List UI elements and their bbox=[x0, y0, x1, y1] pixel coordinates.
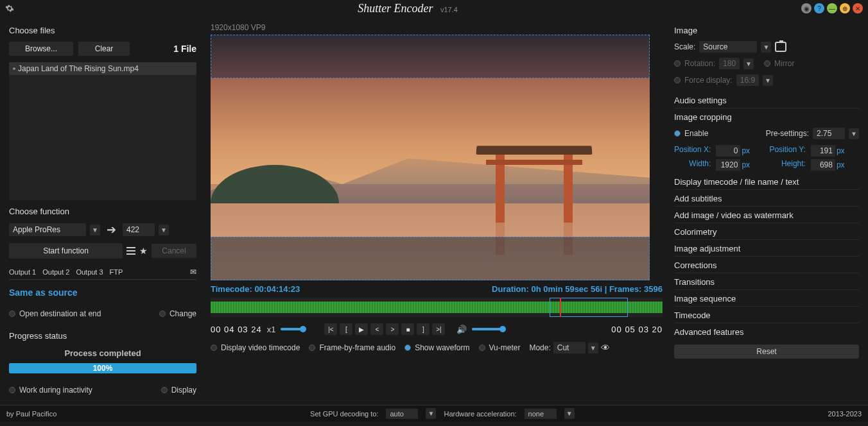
tc-out[interactable]: 00 05 03 20 bbox=[611, 325, 663, 334]
waveform[interactable] bbox=[211, 298, 663, 317]
step-fwd-button[interactable]: > bbox=[386, 323, 399, 335]
audio-section[interactable]: Audio settings bbox=[674, 93, 859, 108]
goto-start-button[interactable]: |< bbox=[324, 323, 337, 335]
timecode-section[interactable]: Timecode bbox=[674, 308, 859, 323]
mode-select[interactable]: Cut bbox=[553, 342, 586, 354]
envelope-icon[interactable]: ✉ bbox=[190, 268, 196, 277]
speed-slider[interactable] bbox=[281, 328, 306, 330]
rotation-checkbox[interactable] bbox=[674, 60, 681, 67]
enable-crop-checkbox[interactable] bbox=[674, 130, 681, 137]
rotation-caret-icon[interactable]: ▼ bbox=[743, 58, 754, 69]
file-list[interactable]: Japan Land of The Rising Sun.mp4 bbox=[9, 62, 196, 200]
tab-ftp[interactable]: FTP bbox=[110, 268, 123, 276]
browse-button[interactable]: Browse... bbox=[9, 42, 73, 56]
waveform-selection[interactable] bbox=[550, 298, 628, 317]
preset-select[interactable]: 422 bbox=[123, 223, 155, 236]
file-item[interactable]: Japan Land of The Rising Sun.mp4 bbox=[9, 62, 196, 75]
eye-icon[interactable]: 👁 bbox=[601, 343, 610, 353]
sequence-section[interactable]: Image sequence bbox=[674, 291, 859, 307]
codec-caret-icon[interactable]: ▼ bbox=[90, 225, 100, 235]
tab-output3[interactable]: Output 3 bbox=[76, 268, 103, 276]
settings-icon[interactable] bbox=[5, 4, 14, 13]
fbf-label: Frame-by-frame audio bbox=[319, 343, 395, 352]
colorimetry-section[interactable]: Colorimetry bbox=[674, 225, 859, 240]
cancel-button[interactable]: Cancel bbox=[152, 244, 196, 258]
info-btn[interactable]: ◉ bbox=[801, 3, 812, 13]
video-preview[interactable] bbox=[211, 35, 650, 280]
open-dest-checkbox[interactable] bbox=[9, 311, 15, 317]
minimize-btn[interactable]: — bbox=[827, 3, 837, 13]
screenshot-icon[interactable] bbox=[775, 42, 786, 52]
hw-select[interactable]: none bbox=[525, 409, 557, 419]
adjustment-section[interactable]: Image adjustment bbox=[674, 241, 859, 257]
volume-icon[interactable]: 🔊 bbox=[456, 325, 467, 334]
advanced-section[interactable]: Advanced features bbox=[674, 325, 859, 339]
gpu-select[interactable]: auto bbox=[386, 409, 418, 419]
start-function-button[interactable]: Start function bbox=[9, 243, 123, 259]
progress-status-label: Progress status bbox=[9, 331, 196, 341]
crop-overlay-bottom[interactable] bbox=[211, 237, 650, 280]
posy-input[interactable]: 191 bbox=[811, 145, 835, 157]
vumeter-checkbox[interactable] bbox=[479, 345, 485, 351]
goto-end-button[interactable]: >| bbox=[432, 323, 445, 335]
width-label: Width: bbox=[674, 159, 711, 171]
mark-out-button[interactable]: ] bbox=[417, 323, 430, 335]
crop-section-label: Image cropping bbox=[674, 112, 859, 122]
help-btn[interactable]: ? bbox=[814, 3, 824, 13]
reset-button[interactable]: Reset bbox=[674, 345, 859, 359]
force-display-label: Force display: bbox=[684, 76, 733, 85]
subtitles-section[interactable]: Add subtitles bbox=[674, 191, 859, 207]
force-display-select[interactable]: 16:9 bbox=[736, 74, 759, 86]
tc-in[interactable]: 00 04 03 24 bbox=[211, 325, 262, 334]
height-label: Height: bbox=[769, 159, 805, 171]
menu-icon[interactable] bbox=[126, 247, 135, 255]
volume-slider[interactable] bbox=[472, 328, 504, 330]
preset-caret-icon[interactable]: ▼ bbox=[159, 225, 169, 235]
display-tc-checkbox[interactable] bbox=[211, 345, 217, 351]
presettings-label: Pre-settings: bbox=[766, 129, 809, 138]
rotation-select[interactable]: 180 bbox=[719, 58, 740, 69]
maximize-btn[interactable]: ⊕ bbox=[840, 3, 850, 13]
crop-overlay-top[interactable] bbox=[211, 35, 650, 78]
width-input[interactable]: 1920 bbox=[716, 159, 740, 171]
same-as-source[interactable]: Same as source bbox=[9, 287, 196, 298]
enable-label: Enable bbox=[684, 129, 708, 138]
clear-button[interactable]: Clear bbox=[78, 42, 130, 56]
waveform-cursor[interactable] bbox=[560, 298, 561, 317]
corrections-section[interactable]: Corrections bbox=[674, 258, 859, 273]
process-completed: Process completed bbox=[9, 348, 196, 358]
px-unit: px bbox=[837, 160, 845, 169]
stop-button[interactable]: ■ bbox=[401, 323, 414, 335]
hw-caret-icon[interactable]: ▼ bbox=[564, 408, 575, 419]
gpu-caret-icon[interactable]: ▼ bbox=[426, 408, 436, 419]
scale-caret-icon[interactable]: ▼ bbox=[761, 42, 771, 53]
transitions-section[interactable]: Transitions bbox=[674, 275, 859, 290]
play-button[interactable]: ▶ bbox=[355, 323, 368, 335]
mark-in-button[interactable]: [ bbox=[340, 323, 352, 335]
height-input[interactable]: 698 bbox=[811, 159, 835, 171]
force-caret-icon[interactable]: ▼ bbox=[763, 75, 773, 86]
px-unit: px bbox=[742, 160, 750, 169]
waveform-checkbox[interactable] bbox=[404, 345, 411, 351]
speed-label: x1 bbox=[267, 325, 276, 334]
preset-caret-icon[interactable]: ▼ bbox=[849, 128, 859, 139]
force-display-checkbox[interactable] bbox=[674, 77, 681, 83]
change-checkbox[interactable] bbox=[159, 311, 166, 317]
posx-input[interactable]: 0 bbox=[716, 145, 740, 157]
tab-output1[interactable]: Output 1 bbox=[9, 268, 36, 276]
display-checkbox[interactable] bbox=[161, 387, 168, 393]
watermark-section[interactable]: Add image / video as watermark bbox=[674, 208, 859, 223]
author: by Paul Pacifico bbox=[6, 410, 56, 418]
mode-caret-icon[interactable]: ▼ bbox=[588, 343, 598, 354]
star-icon[interactable]: ★ bbox=[139, 246, 148, 256]
mirror-checkbox[interactable] bbox=[764, 60, 770, 67]
codec-select[interactable]: Apple ProRes bbox=[9, 223, 86, 236]
work-inactivity-checkbox[interactable] bbox=[9, 387, 15, 393]
step-back-button[interactable]: < bbox=[370, 323, 383, 335]
tab-output2[interactable]: Output 2 bbox=[42, 268, 69, 276]
fbf-checkbox[interactable] bbox=[309, 345, 315, 351]
scale-select[interactable]: Source bbox=[699, 41, 757, 53]
timecode-text-section[interactable]: Display timecode / file name / text bbox=[674, 175, 859, 190]
close-btn[interactable]: ✕ bbox=[853, 3, 863, 13]
presettings-select[interactable]: 2.75 bbox=[813, 128, 845, 139]
